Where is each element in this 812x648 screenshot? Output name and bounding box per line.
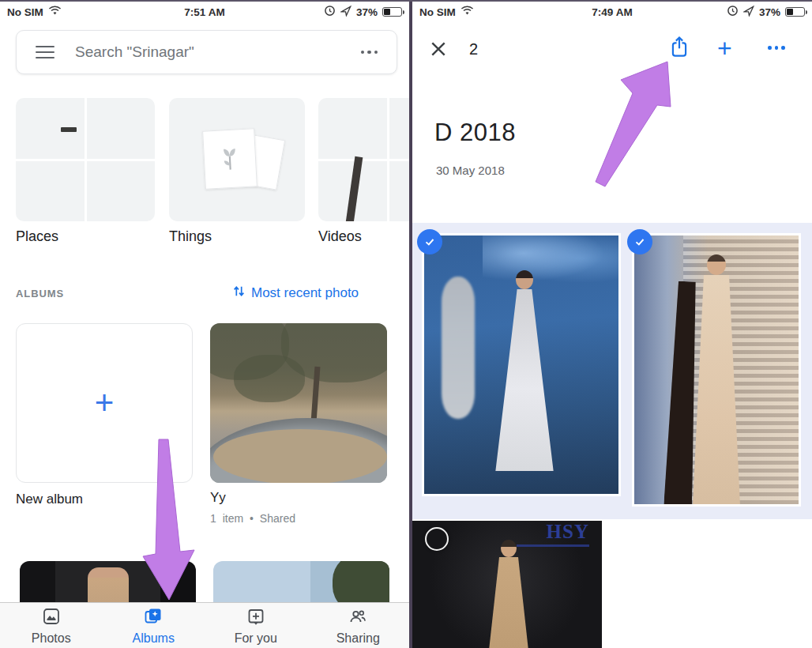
battery-icon [382, 7, 402, 17]
sharing-icon [348, 607, 367, 629]
overflow-menu-icon[interactable] [768, 46, 785, 50]
places-label: Places [16, 228, 58, 245]
things-label: Things [169, 228, 212, 245]
selected-check-icon[interactable] [417, 229, 442, 254]
album-date: 30 May 2018 [436, 164, 505, 177]
battery-icon [785, 7, 805, 17]
more-icon[interactable] [361, 51, 378, 55]
selection-count: 2 [469, 40, 478, 58]
screenshot-canvas: No SIM 7:51 AM 37% Search "Srinagar" [0, 0, 812, 648]
videos-label: Videos [318, 228, 362, 245]
partial-album-thumbnail-2[interactable] [213, 561, 389, 604]
tab-albums-label: Albums [133, 631, 175, 646]
photo-thumbnail-3[interactable]: HSY [412, 521, 602, 648]
sort-icon [232, 284, 246, 302]
tab-for-you-label: For you [235, 631, 277, 646]
selected-photos-area [412, 223, 812, 519]
boat-shape [61, 127, 77, 132]
polaroid-front [202, 128, 258, 189]
category-card-things[interactable] [169, 98, 305, 221]
plus-icon: + [95, 386, 115, 420]
time-label: 7:49 AM [412, 6, 812, 18]
tab-bar: Photos Albums For you Sharing [0, 602, 409, 648]
time-label: 7:51 AM [0, 6, 409, 18]
new-album-label: New album [16, 492, 83, 507]
search-input[interactable]: Search "Srinagar" [75, 43, 361, 61]
close-icon[interactable] [430, 40, 447, 58]
selected-check-icon[interactable] [627, 229, 652, 254]
places-grid [16, 98, 155, 221]
search-bar[interactable]: Search "Srinagar" [16, 30, 397, 74]
unselected-circle-icon[interactable] [425, 527, 449, 551]
album-card-yy[interactable] [210, 323, 387, 483]
yy-album-meta: 1 item • Shared [210, 512, 295, 525]
sort-label: Most recent photo [251, 285, 359, 301]
new-album-card[interactable]: + [16, 323, 193, 483]
menu-icon[interactable] [36, 46, 55, 59]
tab-photos-label: Photos [32, 631, 71, 646]
left-status-bar: No SIM 7:51 AM 37% [0, 2, 409, 22]
category-card-videos[interactable] [318, 98, 409, 221]
photo-thumbnail-1[interactable] [422, 233, 621, 496]
add-icon[interactable]: + [717, 33, 732, 63]
selection-toolbar: 2 + [412, 33, 812, 68]
photo-thumbnail-2[interactable] [632, 233, 801, 507]
tab-sharing[interactable]: Sharing [307, 603, 410, 648]
share-icon[interactable] [668, 35, 692, 60]
category-card-places[interactable] [16, 98, 155, 221]
left-screen: No SIM 7:51 AM 37% Search "Srinagar" [0, 2, 409, 648]
yy-album-label: Yy [210, 490, 226, 506]
flower-icon [216, 141, 244, 176]
photo-watermark: HSY [547, 521, 589, 543]
right-status-bar: No SIM 7:49 AM 37% [412, 2, 812, 22]
albums-section-header: ALBUMS [16, 288, 64, 300]
tab-photos[interactable]: Photos [0, 603, 103, 648]
right-screen: No SIM 7:49 AM 37% 2 [412, 2, 812, 648]
tab-albums[interactable]: Albums [103, 603, 205, 648]
sort-button[interactable]: Most recent photo [232, 284, 409, 303]
videos-grid [318, 98, 409, 221]
tab-sharing-label: Sharing [336, 631, 380, 646]
for-you-icon [246, 607, 265, 629]
album-title: D 2018 [434, 119, 516, 147]
partial-album-thumbnail-1[interactable] [20, 561, 196, 604]
albums-icon [144, 607, 163, 629]
tab-for-you[interactable]: For you [205, 603, 307, 648]
places-thumbnail [16, 98, 85, 159]
photos-icon [42, 607, 61, 629]
